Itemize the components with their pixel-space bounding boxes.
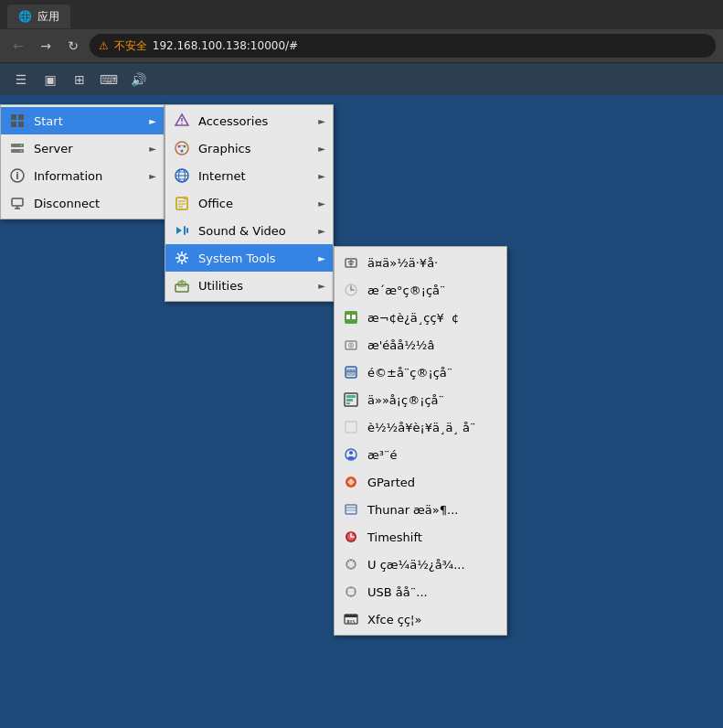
internet-icon	[173, 166, 191, 185]
svg-rect-0	[11, 114, 16, 120]
internet-arrow: ►	[318, 171, 325, 181]
svg-point-16	[175, 142, 188, 155]
svg-rect-51	[346, 399, 353, 401]
menu-button[interactable]: ☰	[7, 67, 35, 92]
svg-marker-29	[176, 227, 182, 234]
patch-icon	[342, 418, 360, 436]
menu-item-sound-video[interactable]: Sound & Video ►	[165, 217, 333, 244]
item6-label: ä»»å¡ç®¡çå¨	[367, 393, 499, 407]
tertiary-item-xfce[interactable]: Xfce çç¦»	[335, 605, 506, 633]
timeshift-icon	[342, 528, 360, 546]
usb-label: USB åå¨...	[367, 585, 499, 599]
svg-rect-41	[346, 318, 350, 319]
svg-point-45	[350, 345, 352, 347]
item7-label: è½½å¥è¡¥ä¸ä¸ å¨	[367, 421, 499, 434]
svg-rect-30	[184, 226, 186, 235]
tertiary-item-1[interactable]: ä¤ä»½ä·¥å·	[335, 249, 506, 276]
reload-button[interactable]: ↻	[62, 35, 84, 57]
sound-video-label: Sound & Video	[198, 224, 307, 238]
tertiary-item-timeshift[interactable]: Timeshift	[335, 523, 506, 551]
accessories-arrow: ►	[318, 116, 325, 126]
svg-rect-53	[346, 422, 356, 433]
system-tools-icon	[173, 249, 191, 267]
display-button[interactable]: ▣	[37, 67, 64, 92]
disk-icon	[342, 363, 360, 381]
start-icon	[8, 112, 27, 130]
menu-item-server[interactable]: Server ►	[1, 134, 164, 162]
menu-item-disconnect[interactable]: Disconnect	[1, 189, 164, 217]
office-icon	[173, 194, 191, 212]
menu-item-system-tools[interactable]: System Tools ►	[165, 244, 333, 272]
sound-video-arrow: ►	[318, 226, 325, 236]
app-bar: ☰ ▣ ⊞ ⌨ 🔊	[0, 62, 723, 95]
address-text: 192.168.100.138:10000/#	[153, 39, 298, 52]
svg-rect-10	[12, 198, 23, 206]
tertiary-item-3[interactable]: æ¬¢è¿ä¸çç¥ ¢	[335, 304, 506, 331]
tertiary-item-6[interactable]: ä»»å¡ç®¡çå¨	[335, 386, 506, 413]
menu-item-graphics[interactable]: Graphics ►	[165, 134, 333, 162]
information-label: Information	[34, 169, 138, 183]
item8-label: æ³¨é	[367, 448, 499, 462]
system-tools-arrow: ►	[318, 253, 325, 263]
menu-item-information[interactable]: i Information ►	[1, 162, 164, 189]
tertiary-item-uconfig[interactable]: U çæ¼ä½¿å¾...	[335, 551, 506, 578]
welcome-icon	[342, 308, 360, 327]
menu-item-internet[interactable]: Internet ►	[165, 162, 333, 189]
nav-bar: ← → ↻ ⚠ 不安全 192.168.100.138:10000/#	[0, 29, 723, 62]
not-secure-label: 不安全	[114, 38, 147, 54]
active-tab[interactable]: 🌐 应用	[7, 5, 70, 28]
update-icon	[342, 281, 360, 299]
item3-label: æ¬¢è¿ä¸çç¥ ¢	[367, 311, 499, 325]
tertiary-item-4[interactable]: æ'éåå½½â	[335, 331, 506, 359]
menu-item-utilities[interactable]: Utilities ►	[165, 272, 333, 299]
svg-rect-39	[346, 315, 350, 318]
utilities-icon	[173, 276, 191, 294]
server-arrow: ►	[149, 144, 156, 154]
svg-point-19	[181, 150, 184, 153]
tab-bar: 🌐 应用	[0, 0, 723, 29]
office-label: Office	[198, 197, 307, 210]
tertiary-item-5[interactable]: é©±å¨ç®¡çå¨	[335, 359, 506, 386]
utilities-arrow: ►	[318, 281, 325, 291]
selection-button[interactable]: ⊞	[66, 67, 93, 92]
menu-item-office[interactable]: Office ►	[165, 189, 333, 217]
tertiary-item-thunar[interactable]: Thunar æä»¶...	[335, 496, 506, 523]
logout-icon	[342, 445, 360, 464]
information-icon: i	[8, 166, 27, 185]
svg-rect-57	[346, 505, 356, 514]
tertiary-menu: ä¤ä»½ä·¥å· æ´æ°ç®¡çå¨	[334, 246, 507, 636]
uconfig-icon	[342, 555, 360, 573]
tertiary-item-2[interactable]: æ´æ°ç®¡çå¨	[335, 276, 506, 304]
back-button[interactable]: ←	[7, 35, 29, 57]
thunar-icon	[342, 500, 360, 519]
office-arrow: ►	[318, 198, 325, 209]
item5-label: é©±å¨ç®¡çå¨	[367, 366, 499, 380]
graphics-icon	[173, 139, 191, 157]
start-arrow: ►	[149, 116, 156, 126]
audio-button[interactable]: 🔊	[124, 67, 152, 92]
disconnect-icon	[8, 194, 27, 212]
item4-label: æ'éåå½½â	[367, 338, 499, 352]
graphics-label: Graphics	[198, 142, 307, 155]
tertiary-item-8[interactable]: æ³¨é	[335, 441, 506, 468]
usb-icon	[342, 583, 360, 601]
item2-label: æ´æ°ç®¡çå¨	[367, 284, 499, 297]
address-bar[interactable]: ⚠ 不安全 192.168.100.138:10000/#	[90, 34, 716, 58]
svg-rect-31	[186, 228, 188, 233]
menu-item-start[interactable]: Start ►	[1, 107, 164, 134]
svg-rect-2	[11, 122, 16, 127]
tertiary-item-gparted[interactable]: GParted	[335, 468, 506, 496]
menu-item-accessories[interactable]: Accessories ►	[165, 107, 333, 134]
sound-video-icon	[173, 221, 191, 240]
svg-rect-42	[352, 318, 356, 319]
tertiary-item-7[interactable]: è½½å¥è¡¥ä¸ä¸ å¨	[335, 413, 506, 441]
accessories-icon	[173, 112, 191, 130]
svg-rect-1	[18, 114, 24, 120]
secondary-menu: Accessories ► Graphics ►	[165, 104, 334, 302]
tertiary-item-usb[interactable]: USB åå¨...	[335, 578, 506, 605]
svg-point-55	[349, 451, 353, 455]
forward-button[interactable]: →	[35, 35, 57, 57]
svg-point-32	[179, 255, 185, 261]
keyboard-button[interactable]: ⌨	[95, 67, 122, 92]
backup-icon	[342, 253, 360, 272]
